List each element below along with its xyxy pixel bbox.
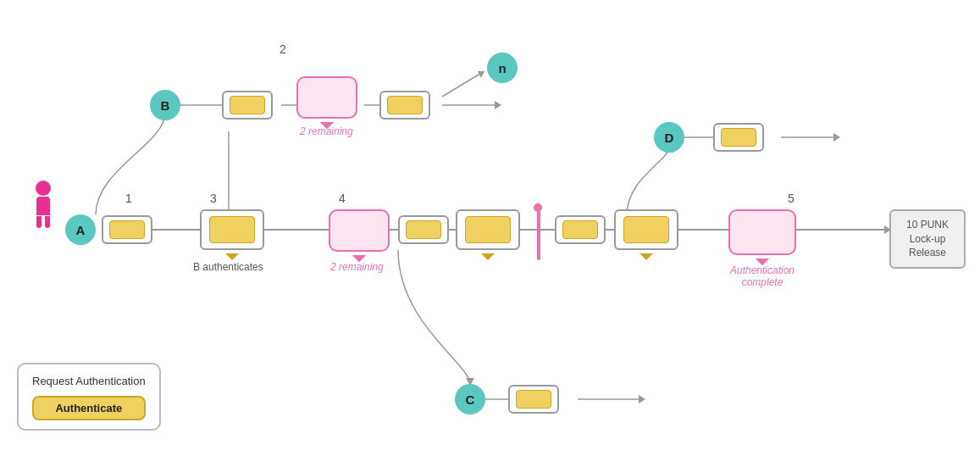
node-d-label: D — [665, 131, 674, 145]
legend-title: Request Authentication — [32, 375, 146, 389]
authenticate-button[interactable]: Authenticate — [32, 396, 146, 420]
end-box-text: 10 PUNK Lock-up Release — [900, 218, 955, 260]
top-remaining-label: 2 remaining — [300, 125, 353, 137]
node-n-label: n — [498, 61, 506, 75]
node-c-circle: C — [455, 384, 485, 414]
step1-rect — [102, 215, 152, 244]
top-rect-1 — [222, 91, 273, 120]
step4-rect-inner — [406, 220, 441, 239]
c-rect-inner — [516, 390, 551, 409]
after-pin-rect-inner — [562, 220, 598, 239]
svg-marker-18 — [639, 395, 645, 403]
step-number-3: 3 — [210, 192, 217, 205]
auth-complete-rect-inner — [623, 216, 669, 243]
b-authenticates-label: B authenticates — [193, 261, 263, 273]
d-rect-inner — [721, 128, 756, 147]
after-pin-rect — [555, 215, 606, 244]
step-number-1: 1 — [125, 192, 132, 205]
c-rect — [508, 385, 559, 414]
step3-rect-inner — [209, 216, 255, 243]
top-speech-bubble — [296, 76, 357, 119]
node-a-circle: A — [65, 214, 96, 245]
node-b-label: B — [161, 98, 170, 113]
auth-complete-bubble — [728, 209, 796, 255]
step-number-5: 5 — [788, 192, 795, 205]
top-rect-2 — [379, 91, 430, 120]
node-c-label: C — [466, 392, 475, 407]
node-b-circle: B — [150, 90, 180, 120]
step1-rect-inner — [109, 220, 145, 239]
vertical-pin — [537, 209, 540, 260]
step4-remaining-label: 2 remaining — [330, 261, 384, 273]
node-a-label: A — [76, 223, 86, 237]
end-box: 10 PUNK Lock-up Release — [889, 209, 966, 269]
step3-rect — [200, 209, 264, 250]
top-rect-2-inner — [387, 96, 423, 114]
step4b-rect-inner — [465, 216, 511, 243]
auth-complete-label: Authentication complete — [720, 264, 805, 288]
step-number-2: 2 — [280, 42, 286, 56]
svg-marker-23 — [833, 133, 840, 142]
diagram: A 1 B 2 2 remaining n 3 B authenticates — [0, 0, 980, 456]
top-rect-1-inner — [230, 96, 265, 114]
step4-speech-bubble — [329, 209, 390, 252]
node-n-circle: n — [487, 53, 518, 83]
svg-line-8 — [442, 72, 483, 97]
d-rect — [713, 123, 764, 152]
step4-rect — [398, 215, 449, 244]
svg-marker-11 — [495, 101, 501, 109]
legend-box: Request Authentication Authenticate — [17, 363, 161, 431]
pin-top — [534, 203, 542, 212]
auth-complete-rect — [614, 209, 678, 250]
step4b-rect — [456, 209, 520, 250]
svg-marker-9 — [478, 71, 484, 78]
step-number-4: 4 — [339, 192, 346, 205]
node-d-circle: D — [654, 122, 684, 153]
person-icon — [36, 181, 51, 228]
